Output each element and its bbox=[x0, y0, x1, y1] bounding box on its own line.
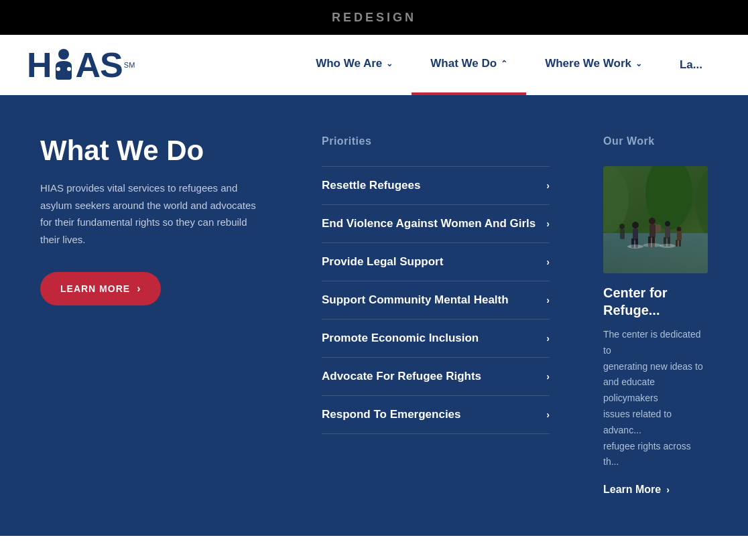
priorities-label: Priorities bbox=[322, 135, 550, 147]
chevron-up-icon: ⌃ bbox=[501, 59, 507, 68]
dropdown-description: HIAS provides vital services to refugees… bbox=[40, 180, 268, 248]
priority-arrow-icon: › bbox=[546, 257, 550, 267]
our-work-label: Our Work bbox=[603, 135, 708, 147]
svg-rect-32 bbox=[620, 229, 625, 239]
dropdown-left-column: What We Do HIAS provides vital services … bbox=[40, 135, 295, 496]
priority-item-end-violence[interactable]: End Violence Against Women And Girls › bbox=[322, 204, 550, 242]
nav-item-who-we-are[interactable]: Who We Are ⌄ bbox=[297, 35, 412, 95]
nav-item-what-we-do[interactable]: What We Do ⌃ bbox=[412, 35, 526, 95]
svg-point-1 bbox=[56, 67, 60, 71]
our-work-card-desc: The center is dedicated togenerating new… bbox=[603, 327, 708, 470]
nav-links: Who We Are ⌄ What We Do ⌃ Where We Work … bbox=[297, 35, 721, 95]
priority-item-refugee-rights[interactable]: Advocate For Refugee Rights › bbox=[322, 357, 550, 395]
priority-arrow-icon: › bbox=[546, 295, 550, 305]
learn-more-arrow-icon: › bbox=[666, 484, 670, 495]
logo-sm: SM bbox=[124, 61, 135, 69]
arrow-icon: › bbox=[137, 283, 141, 295]
refugee-image-svg bbox=[603, 166, 708, 273]
svg-rect-21 bbox=[665, 226, 670, 238]
priority-item-economic[interactable]: Promote Economic Inclusion › bbox=[322, 319, 550, 357]
svg-rect-27 bbox=[679, 240, 681, 247]
priority-item-mental-health[interactable]: Support Community Mental Health › bbox=[322, 281, 550, 319]
svg-point-0 bbox=[58, 49, 69, 60]
chevron-down-icon: ⌄ bbox=[635, 59, 642, 68]
svg-rect-26 bbox=[676, 240, 678, 247]
logo[interactable]: H AS SM bbox=[27, 45, 135, 85]
nav-item-where-we-work[interactable]: Where We Work ⌄ bbox=[526, 35, 661, 95]
priority-item-emergencies[interactable]: Respond To Emergencies › bbox=[322, 395, 550, 434]
priority-arrow-icon: › bbox=[546, 333, 550, 344]
svg-point-11 bbox=[632, 222, 639, 228]
dropdown-middle-column: Priorities Resettle Refugees › End Viole… bbox=[295, 135, 576, 496]
priority-arrow-icon: › bbox=[546, 180, 550, 191]
svg-rect-25 bbox=[677, 231, 682, 240]
svg-rect-19 bbox=[656, 224, 661, 232]
priority-arrow-icon: › bbox=[546, 371, 550, 382]
top-bar: REDESIGN bbox=[0, 0, 748, 35]
svg-rect-10 bbox=[603, 233, 708, 273]
priority-item-resettle[interactable]: Resettle Refugees › bbox=[322, 166, 550, 204]
svg-point-2 bbox=[67, 67, 71, 71]
hias-logo-icon bbox=[53, 48, 74, 80]
dropdown-heading: What We Do bbox=[40, 135, 268, 166]
top-bar-title: REDESIGN bbox=[332, 11, 416, 25]
navbar: H AS SM Who We Are ⌄ What We Do ⌃ Where … bbox=[0, 35, 748, 95]
svg-point-20 bbox=[665, 221, 670, 226]
priority-arrow-icon: › bbox=[546, 218, 550, 229]
learn-more-button[interactable]: LEARN MORE › bbox=[40, 272, 161, 305]
svg-point-28 bbox=[627, 244, 643, 249]
svg-point-24 bbox=[677, 227, 682, 232]
svg-point-15 bbox=[649, 218, 656, 224]
priority-item-legal-support[interactable]: Provide Legal Support › bbox=[322, 242, 550, 281]
svg-rect-16 bbox=[649, 224, 656, 238]
nav-item-latest[interactable]: La... bbox=[661, 35, 721, 95]
svg-point-31 bbox=[619, 224, 625, 229]
our-work-learn-more[interactable]: Learn More › bbox=[603, 484, 670, 496]
our-work-image bbox=[603, 166, 708, 273]
priority-arrow-icon: › bbox=[546, 409, 550, 420]
svg-point-30 bbox=[660, 244, 676, 248]
our-work-card-title: Center for Refuge... bbox=[603, 284, 708, 319]
dropdown-right-column: Our Work bbox=[576, 135, 708, 496]
what-we-do-dropdown: What We Do HIAS provides vital services … bbox=[0, 95, 748, 536]
chevron-down-icon: ⌄ bbox=[386, 59, 393, 68]
svg-point-29 bbox=[643, 243, 662, 247]
